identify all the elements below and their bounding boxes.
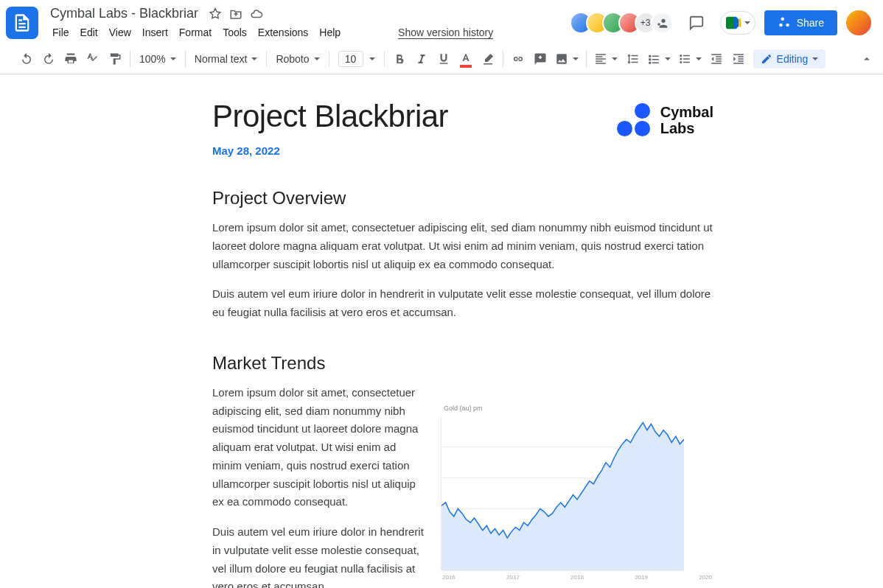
paragraph-style-select[interactable]: Normal text: [190, 49, 262, 69]
indent-decrease-icon[interactable]: [706, 49, 727, 69]
share-label: Share: [797, 17, 824, 29]
collaborator-avatars[interactable]: +3: [576, 12, 673, 34]
paragraph[interactable]: Duis autem vel eum iriure dolor in hendr…: [212, 523, 426, 588]
menu-bar: File Edit View Insert Format Tools Exten…: [47, 24, 570, 41]
chart-title: Gold (au) pm: [444, 405, 713, 412]
chevron-down-icon: [573, 57, 579, 60]
highlight-color-icon[interactable]: [478, 49, 498, 69]
chevron-down-icon: [812, 57, 818, 60]
document-canvas[interactable]: Project Blackbriar May 28, 2022 Cymbal L…: [0, 83, 883, 588]
x-tick: 2019: [635, 574, 648, 581]
menu-file[interactable]: File: [47, 24, 74, 41]
x-tick: 2016: [442, 574, 456, 581]
comment-history-icon[interactable]: [682, 8, 711, 38]
doc-heading-1[interactable]: Project Blackbriar: [212, 99, 448, 134]
font-family-select[interactable]: Roboto: [271, 49, 324, 69]
font-family-value: Roboto: [276, 53, 309, 65]
chevron-down-icon: [170, 57, 176, 60]
menu-help[interactable]: Help: [314, 24, 346, 41]
doc-date[interactable]: May 28, 2022: [212, 144, 448, 157]
text-color-icon[interactable]: [456, 49, 476, 69]
brand-logo-text: Cymbal Labs: [660, 104, 713, 136]
cloud-saved-icon[interactable]: [250, 7, 263, 21]
underline-icon[interactable]: [433, 49, 454, 69]
font-size-value[interactable]: 10: [338, 51, 363, 67]
chevron-down-icon: [665, 57, 671, 60]
indent-increase-icon[interactable]: [728, 49, 749, 69]
zoom-value: 100%: [139, 53, 166, 65]
chevron-down-icon: [744, 21, 750, 24]
move-icon[interactable]: [229, 7, 242, 21]
chevron-down-icon: [251, 57, 257, 60]
svg-point-0: [680, 55, 682, 57]
brand-logo-mark: [617, 103, 650, 136]
section-heading[interactable]: Market Trends: [212, 353, 713, 374]
menu-format[interactable]: Format: [174, 24, 217, 41]
insert-image-icon[interactable]: [552, 49, 582, 69]
bulleted-list-icon[interactable]: [675, 49, 705, 69]
svg-point-1: [680, 58, 682, 60]
editing-mode-label: Editing: [777, 53, 809, 65]
brand-line: Cymbal: [660, 104, 713, 120]
checklist-icon[interactable]: [644, 49, 674, 69]
hide-menus-icon[interactable]: [856, 49, 877, 69]
italic-icon[interactable]: [411, 49, 432, 69]
redo-icon[interactable]: [38, 49, 59, 69]
add-collaborator-icon[interactable]: [651, 12, 673, 34]
font-size-select[interactable]: 10: [334, 49, 380, 69]
embedded-chart[interactable]: Gold (au) pm 2016 2: [441, 405, 713, 581]
share-button[interactable]: Share: [764, 10, 837, 35]
x-tick: 2017: [506, 574, 520, 581]
document-title[interactable]: Cymbal Labs - Blackbriar: [47, 4, 201, 23]
line-spacing-icon[interactable]: [622, 49, 643, 69]
chevron-down-icon: [612, 57, 618, 60]
insert-link-icon[interactable]: [508, 49, 528, 69]
brand-line: Labs: [660, 120, 713, 136]
spellcheck-icon[interactable]: [83, 49, 103, 69]
menu-edit[interactable]: Edit: [75, 24, 103, 41]
chevron-down-icon: [696, 57, 702, 60]
star-icon[interactable]: [209, 7, 222, 21]
menu-extensions[interactable]: Extensions: [253, 24, 313, 41]
add-comment-icon[interactable]: [530, 49, 551, 69]
chevron-down-icon: [369, 57, 375, 60]
print-icon[interactable]: [60, 49, 81, 69]
align-select[interactable]: [591, 49, 621, 69]
svg-point-2: [680, 61, 682, 63]
undo-icon[interactable]: [16, 49, 37, 69]
account-avatar[interactable]: [846, 10, 871, 35]
paragraph[interactable]: Lorem ipsum dolor sit amet, consectetuer…: [212, 384, 426, 511]
paint-format-icon[interactable]: [105, 49, 125, 69]
bold-icon[interactable]: [389, 49, 410, 69]
menu-insert[interactable]: Insert: [137, 24, 173, 41]
chevron-down-icon: [314, 57, 320, 60]
menu-tools[interactable]: Tools: [217, 24, 252, 41]
meet-button[interactable]: [720, 11, 755, 35]
brand-logo: Cymbal Labs: [617, 103, 713, 136]
editing-mode-chip[interactable]: Editing: [753, 49, 826, 69]
x-tick: 2018: [570, 574, 584, 581]
paragraph[interactable]: Lorem ipsum dolor sit amet, consectetuer…: [212, 219, 713, 273]
docs-app-icon[interactable]: [6, 7, 38, 39]
zoom-select[interactable]: 100%: [135, 49, 181, 69]
section-heading[interactable]: Project Overview: [212, 188, 713, 209]
show-version-history-link[interactable]: Show version history: [398, 27, 493, 39]
paragraph-style-value: Normal text: [195, 53, 248, 65]
paragraph[interactable]: Duis autem vel eum iriure dolor in hendr…: [212, 285, 713, 322]
toolbar: 100% Normal text Roboto 10: [0, 44, 883, 74]
x-tick: 2020: [699, 574, 712, 581]
chart-x-axis: 2016 2017 2018 2019 2020: [441, 574, 713, 581]
menu-view[interactable]: View: [104, 24, 136, 41]
